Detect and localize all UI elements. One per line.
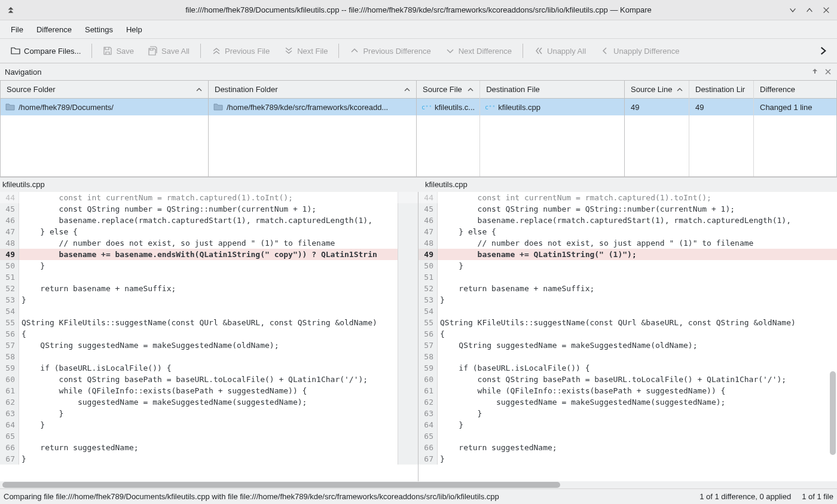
code-line[interactable]: 51 xyxy=(418,271,837,283)
toolbar-overflow-button[interactable] xyxy=(814,42,832,60)
source-file-row[interactable]: c⁺⁺ kfileutils.c... xyxy=(417,99,479,115)
code-line[interactable]: 63 } xyxy=(418,408,837,419)
close-button[interactable] xyxy=(821,5,831,15)
code-line[interactable]: 45 const QString number = QString::numbe… xyxy=(0,203,418,215)
left-pane-filename: kfileutils.cpp xyxy=(0,178,414,192)
line-number: 55 xyxy=(0,317,19,328)
code-line[interactable]: 63 } xyxy=(0,408,418,419)
diff-marker xyxy=(398,374,418,385)
code-line[interactable]: 62 suggestedName = makeSuggestedName(sug… xyxy=(0,396,418,408)
menu-file[interactable]: File xyxy=(5,23,29,36)
code-line[interactable]: 59 if (baseURL.isLocalFile()) { xyxy=(0,362,418,374)
diff-marker xyxy=(398,340,418,351)
code-line[interactable]: 57 QString suggestedName = makeSuggested… xyxy=(418,340,837,351)
code-line[interactable]: 56{ xyxy=(418,328,837,340)
menu-help[interactable]: Help xyxy=(120,23,148,36)
code-line[interactable]: 65 xyxy=(418,430,837,442)
toolbar: Compare Files... Save Save All Previous … xyxy=(0,38,837,63)
code-line[interactable]: 50 } xyxy=(0,260,418,271)
code-line[interactable]: 59 if (baseURL.isLocalFile()) { xyxy=(418,362,837,374)
code-text: } xyxy=(19,419,45,430)
maximize-button[interactable] xyxy=(805,5,814,15)
vertical-scrollbar[interactable] xyxy=(830,371,836,455)
diff-marker xyxy=(398,215,418,226)
code-text: // number does not exist, so just append… xyxy=(19,237,335,249)
minimize-button[interactable] xyxy=(788,5,798,15)
code-line[interactable]: 54 xyxy=(418,306,837,317)
code-line[interactable]: 64 } xyxy=(418,419,837,430)
code-line[interactable]: 61 while (QFileInfo::exists(basePath + s… xyxy=(0,385,418,396)
line-number: 50 xyxy=(418,260,438,271)
code-line[interactable]: 53} xyxy=(0,294,418,306)
source-folder-row[interactable]: /home/fhek789/Documents/ xyxy=(1,99,208,115)
code-line[interactable]: 58 xyxy=(0,351,418,362)
code-text: QString KFileUtils::suggestName(const QU… xyxy=(19,317,377,328)
diff-marker xyxy=(398,419,418,430)
code-line[interactable]: 54 xyxy=(0,306,418,317)
code-text: return suggestedName; xyxy=(438,442,557,453)
code-line[interactable]: 48 // number does not exist, so just app… xyxy=(0,237,418,249)
code-line[interactable]: 67} xyxy=(418,453,837,465)
code-line[interactable]: 44 const int currentNum = rmatch.capture… xyxy=(0,192,418,203)
code-line[interactable]: 50 } xyxy=(418,260,837,271)
code-line[interactable]: 44 const int currentNum = rmatch.capture… xyxy=(418,192,837,203)
code-line[interactable]: 58 xyxy=(418,351,837,362)
code-line[interactable]: 52 return basename + nameSuffix; xyxy=(418,283,837,294)
destination-line-header[interactable]: Destination Lir xyxy=(689,81,753,99)
code-line[interactable]: 46 basename.replace(rmatch.capturedStart… xyxy=(418,215,837,226)
code-line[interactable]: 53} xyxy=(418,294,837,306)
code-line[interactable]: 57 QString suggestedName = makeSuggested… xyxy=(0,340,418,351)
horizontal-scrollbar[interactable] xyxy=(2,482,560,488)
menu-settings[interactable]: Settings xyxy=(79,23,119,36)
code-line[interactable]: 56{ xyxy=(0,328,418,340)
menu-difference[interactable]: Difference xyxy=(30,23,78,36)
code-line[interactable]: 49 basename += basename.endsWith(QLatin1… xyxy=(0,249,418,260)
difference-header[interactable]: Difference xyxy=(754,81,836,99)
code-line[interactable]: 60 const QString basePath = baseURL.toLo… xyxy=(0,374,418,385)
code-line[interactable]: 51 xyxy=(0,271,418,283)
code-line[interactable]: 55QString KFileUtils::suggestName(const … xyxy=(0,317,418,328)
folder-icon xyxy=(213,102,223,112)
code-line[interactable]: 61 while (QFileInfo::exists(basePath + s… xyxy=(418,385,837,396)
source-folder-header[interactable]: Source Folder xyxy=(1,81,208,99)
destination-folder-header[interactable]: Destination Folder xyxy=(209,81,416,99)
float-panel-icon[interactable] xyxy=(811,68,819,76)
code-line[interactable]: 52 return basename + nameSuffix; xyxy=(0,283,418,294)
code-line[interactable]: 66 return suggestedName; xyxy=(418,442,837,453)
keep-above-icon[interactable] xyxy=(6,5,16,15)
line-number: 59 xyxy=(418,362,438,374)
cpp-file-icon: c⁺⁺ xyxy=(485,102,494,112)
chevron-down-icon xyxy=(445,46,455,56)
code-text: } xyxy=(438,408,482,419)
destination-file-header[interactable]: Destination File xyxy=(480,81,624,99)
source-line-cell[interactable]: 49 xyxy=(625,99,689,115)
line-number: 58 xyxy=(418,351,438,362)
destination-pane[interactable]: 44 const int currentNum = rmatch.capture… xyxy=(418,192,837,481)
line-number: 54 xyxy=(0,306,19,317)
code-line[interactable]: 55QString KFileUtils::suggestName(const … xyxy=(418,317,837,328)
destination-file-row[interactable]: c⁺⁺ kfileutils.cpp xyxy=(480,99,624,115)
source-pane[interactable]: 44 const int currentNum = rmatch.capture… xyxy=(0,192,418,481)
code-line[interactable]: 46 basename.replace(rmatch.capturedStart… xyxy=(0,215,418,226)
difference-cell[interactable]: Changed 1 line xyxy=(754,99,836,115)
code-line[interactable]: 62 suggestedName = makeSuggestedName(sug… xyxy=(418,396,837,408)
close-panel-icon[interactable] xyxy=(824,68,832,76)
code-line[interactable]: 64 } xyxy=(0,419,418,430)
code-line[interactable]: 67} xyxy=(0,453,418,465)
code-line[interactable]: 49 basename += QLatin1String(" (1)"); xyxy=(418,249,837,260)
code-line[interactable]: 47 } else { xyxy=(418,226,837,237)
code-line[interactable]: 47 } else { xyxy=(0,226,418,237)
code-text: const QString number = QString::number(c… xyxy=(438,203,735,215)
line-number: 46 xyxy=(418,215,438,226)
compare-files-button[interactable]: Compare Files... xyxy=(5,42,87,59)
code-line[interactable]: 66 return suggestedName; xyxy=(0,442,418,453)
source-line-header[interactable]: Source Line xyxy=(625,81,689,99)
code-line[interactable]: 65 xyxy=(0,430,418,442)
destination-line-cell[interactable]: 49 xyxy=(689,99,753,115)
code-line[interactable]: 45 const QString number = QString::numbe… xyxy=(418,203,837,215)
code-line[interactable]: 60 const QString basePath = baseURL.toLo… xyxy=(418,374,837,385)
code-line[interactable]: 48 // number does not exist, so just app… xyxy=(418,237,837,249)
destination-folder-row[interactable]: /home/fhek789/kde/src/frameworks/kcoread… xyxy=(209,99,416,115)
source-file-header[interactable]: Source File xyxy=(417,81,479,99)
line-number: 64 xyxy=(0,419,19,430)
